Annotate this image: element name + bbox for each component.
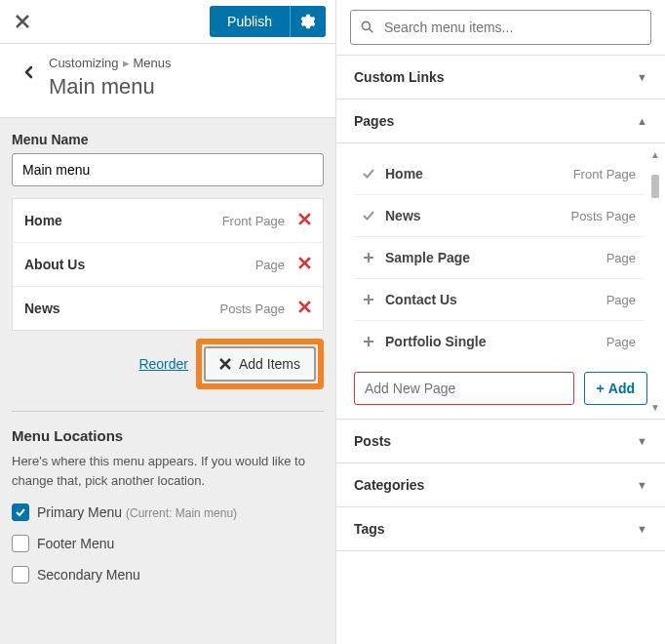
checkbox[interactable] — [12, 566, 29, 584]
plus-icon — [362, 293, 375, 306]
search-input[interactable] — [350, 10, 651, 45]
page-type-label: Front Page — [573, 167, 636, 181]
remove-item-button[interactable] — [298, 213, 311, 228]
page-type-label: Posts Page — [571, 209, 637, 223]
back-button[interactable] — [10, 56, 49, 79]
menu-item[interactable]: News Posts Page — [13, 287, 323, 330]
menu-item[interactable]: About Us Page — [13, 243, 323, 287]
location-label: Footer Menu — [37, 536, 114, 551]
menu-locations-title: Menu Locations — [12, 427, 324, 444]
menu-item-type: Page — [255, 258, 285, 272]
plus-icon — [362, 251, 375, 264]
page-title-label: Portfolio Single — [385, 334, 486, 349]
location-checkbox-row[interactable]: Footer Menu — [12, 535, 324, 552]
check-icon — [362, 167, 375, 181]
page-title-label: News — [385, 208, 421, 223]
plus-icon — [362, 335, 375, 348]
page-type-label: Page — [606, 293, 636, 307]
close-icon — [219, 358, 231, 370]
page-row[interactable]: News Posts Page — [354, 195, 644, 237]
chevron-down-icon: ▼ — [637, 523, 647, 535]
breadcrumb: Customizing▸Menus — [49, 56, 326, 70]
accordion-categories[interactable]: Categories ▼ — [336, 463, 665, 507]
location-checkbox-row[interactable]: Secondary Menu — [12, 566, 324, 584]
remove-item-button[interactable] — [298, 301, 311, 316]
menu-name-input[interactable] — [12, 153, 324, 186]
reorder-link[interactable]: Reorder — [138, 356, 188, 372]
page-title-label: Sample Page — [385, 250, 470, 265]
add-page-button[interactable]: + Add — [584, 372, 647, 405]
checkbox[interactable] — [12, 503, 29, 521]
remove-item-button[interactable] — [298, 257, 311, 272]
location-label: Primary Menu (Current: Main menu) — [37, 504, 237, 520]
checkbox[interactable] — [12, 535, 29, 552]
check-icon — [362, 209, 375, 222]
search-icon — [360, 20, 375, 35]
menu-item-title: News — [24, 301, 60, 316]
chevron-down-icon: ▼ — [637, 71, 647, 83]
plus-icon: + — [597, 381, 605, 396]
page-row[interactable]: Contact Us Page — [354, 279, 644, 321]
scrollbar[interactable]: ▲ ▼ — [649, 149, 661, 413]
menu-locations-desc: Here's where this menu appears. If you w… — [12, 452, 324, 490]
chevron-down-icon: ▼ — [637, 479, 647, 491]
menu-name-label: Menu Name — [12, 132, 324, 147]
page-row[interactable]: Home Front Page — [354, 153, 644, 195]
menu-item-title: About Us — [24, 257, 85, 272]
page-title-label: Contact Us — [385, 292, 457, 307]
chevron-down-icon: ▼ — [637, 435, 647, 447]
page-type-label: Page — [606, 251, 636, 265]
add-new-page-input[interactable] — [354, 372, 574, 405]
page-row[interactable]: Sample Page Page — [354, 237, 644, 279]
accordion-custom-links[interactable]: Custom Links ▼ — [336, 56, 665, 100]
accordion-posts[interactable]: Posts ▼ — [336, 420, 665, 463]
accordion-pages[interactable]: Pages ▲ — [336, 100, 665, 143]
menu-item-type: Posts Page — [220, 302, 286, 316]
menu-item-type: Front Page — [222, 214, 285, 228]
menu-item[interactable]: Home Front Page — [13, 199, 323, 243]
location-checkbox-row[interactable]: Primary Menu (Current: Main menu) — [12, 503, 324, 521]
close-button[interactable] — [0, 0, 44, 44]
publish-button[interactable]: Publish — [210, 6, 290, 37]
location-label: Secondary Menu — [37, 567, 140, 583]
page-title: Main menu — [49, 74, 326, 100]
chevron-up-icon: ▲ — [637, 115, 647, 127]
accordion-tags[interactable]: Tags ▼ — [336, 507, 665, 551]
gear-icon — [300, 14, 316, 29]
page-type-label: Page — [606, 335, 636, 349]
publish-settings-button[interactable] — [290, 6, 326, 37]
menu-item-title: Home — [24, 213, 62, 228]
page-title-label: Home — [385, 166, 423, 181]
add-items-button[interactable]: Add Items — [204, 346, 316, 382]
page-row[interactable]: Portfolio Single Page — [354, 321, 644, 362]
